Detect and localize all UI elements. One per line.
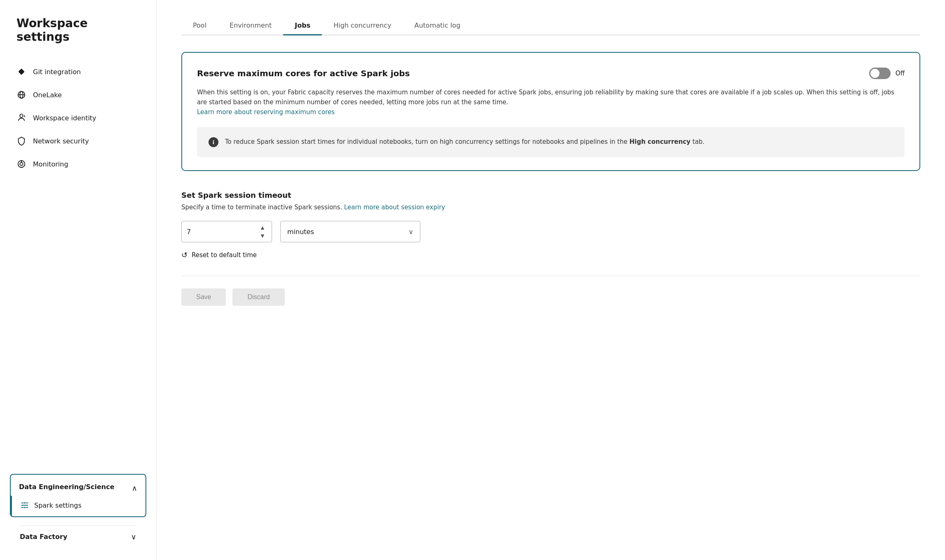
sidebar-item-onelake-label: OneLake (33, 91, 62, 99)
git-icon (16, 67, 26, 77)
spark-settings-label: Spark settings (34, 501, 82, 509)
chevron-down-icon: ∨ (408, 228, 413, 236)
svg-point-4 (24, 115, 25, 117)
onelake-icon (16, 90, 26, 100)
tab-jobs[interactable]: Jobs (283, 16, 322, 35)
timeout-arrows: ▲ ▼ (258, 224, 267, 239)
session-timeout-desc: Specify a time to terminate inactive Spa… (181, 204, 920, 211)
page-title: Workspace settings (0, 16, 156, 60)
sidebar-item-git-label: Git integration (33, 68, 81, 76)
info-box-text: To reduce Spark session start times for … (225, 137, 705, 147)
sidebar-item-network-security-label: Network security (33, 137, 89, 145)
session-timeout-title: Set Spark session timeout (181, 191, 920, 199)
timeout-value: 7 (187, 228, 191, 236)
data-engineering-chevron: ∧ (132, 484, 137, 492)
sidebar-bottom: Data Engineering/Science ∧ (0, 474, 156, 560)
tab-automatic-log[interactable]: Automatic log (403, 16, 472, 35)
reset-icon: ↺ (181, 251, 188, 259)
tabs-bar: Pool Environment Jobs High concurrency A… (181, 16, 920, 35)
reserve-card-header: Reserve maximum cores for active Spark j… (197, 68, 905, 79)
sidebar-nav: Git integration OneLake (0, 60, 156, 474)
timeout-unit-value: minutes (287, 228, 314, 236)
workspace-identity-icon (16, 113, 26, 123)
sidebar-item-workspace-identity-label: Workspace identity (33, 114, 96, 122)
timeout-decrement[interactable]: ▼ (258, 232, 267, 239)
reserve-card-title: Reserve maximum cores for active Spark j… (197, 68, 410, 78)
svg-point-13 (24, 502, 26, 504)
sidebar-item-onelake[interactable]: OneLake (0, 83, 156, 106)
reserve-cores-toggle[interactable] (869, 68, 891, 79)
tab-environment[interactable]: Environment (218, 16, 283, 35)
svg-point-14 (24, 507, 26, 508)
sidebar: Workspace settings Git integration (0, 0, 157, 560)
data-factory-title: Data Factory (20, 533, 67, 541)
data-engineering-header[interactable]: Data Engineering/Science ∧ (11, 475, 145, 496)
timeout-increment[interactable]: ▲ (258, 224, 267, 231)
info-box: i To reduce Spark session start times fo… (197, 127, 905, 157)
sidebar-item-network-security[interactable]: Network security (0, 129, 156, 152)
discard-button[interactable]: Discard (232, 288, 284, 306)
reset-default-time[interactable]: ↺ Reset to default time (181, 251, 920, 259)
toggle-container: Off (869, 68, 905, 79)
toggle-label: Off (896, 70, 905, 77)
save-button[interactable]: Save (181, 288, 226, 306)
reserve-card-description: When this setting is on, your Fabric cap… (197, 87, 905, 117)
action-buttons: Save Discard (181, 288, 920, 306)
network-security-icon (16, 136, 26, 146)
svg-rect-0 (18, 68, 25, 75)
timeout-row: 7 ▲ ▼ minutes ∨ (181, 221, 920, 242)
reserve-learn-more-link[interactable]: Learn more about reserving maximum cores (197, 108, 335, 116)
reserve-cores-card: Reserve maximum cores for active Spark j… (181, 52, 920, 171)
tab-pool[interactable]: Pool (181, 16, 218, 35)
svg-point-6 (20, 162, 23, 165)
data-factory-chevron: ∨ (131, 532, 136, 541)
divider (181, 276, 920, 276)
spark-settings-item[interactable]: Spark settings (11, 496, 145, 516)
data-engineering-title: Data Engineering/Science (19, 483, 115, 491)
sidebar-item-git-integration[interactable]: Git integration (0, 60, 156, 83)
timeout-unit-select[interactable]: minutes ∨ (280, 221, 420, 242)
spark-settings-icon (20, 501, 29, 510)
main-content: Pool Environment Jobs High concurrency A… (157, 0, 945, 560)
sidebar-item-workspace-identity[interactable]: Workspace identity (0, 106, 156, 129)
tab-high-concurrency[interactable]: High concurrency (322, 16, 403, 35)
session-timeout-section: Set Spark session timeout Specify a time… (181, 191, 920, 259)
data-factory-header[interactable]: Data Factory ∨ (20, 525, 136, 548)
timeout-number-input[interactable]: 7 ▲ ▼ (181, 221, 272, 242)
session-expiry-learn-more[interactable]: Learn more about session expiry (344, 204, 445, 211)
sidebar-item-monitoring-label: Monitoring (33, 160, 68, 168)
monitoring-icon (16, 159, 26, 169)
data-factory-section: Data Factory ∨ (10, 525, 146, 548)
sidebar-item-monitoring[interactable]: Monitoring (0, 152, 156, 176)
data-engineering-section: Data Engineering/Science ∧ (10, 474, 146, 517)
info-icon: i (209, 137, 218, 147)
